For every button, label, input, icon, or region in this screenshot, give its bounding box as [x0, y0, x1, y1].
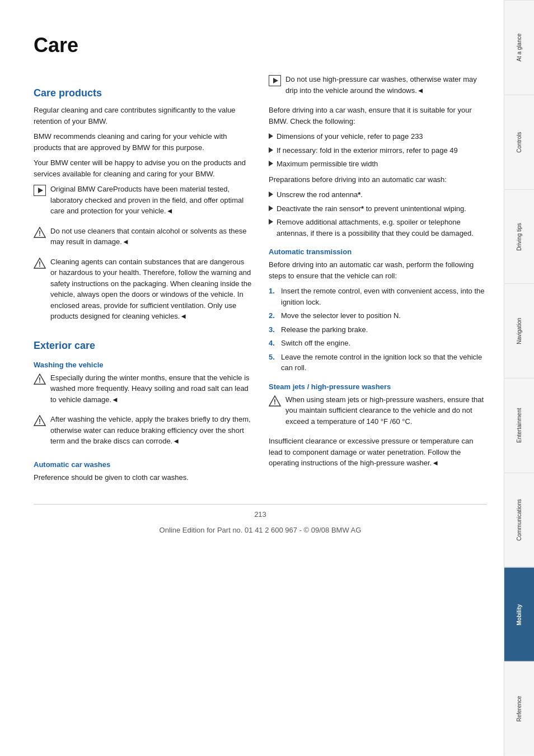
steam-jets-text: Insufficient clearance or excessive pres…: [269, 436, 487, 469]
svg-text:!: !: [39, 376, 41, 384]
list-item: 5. Leave the remote control in the ignit…: [269, 352, 487, 374]
svg-text:!: !: [39, 230, 41, 237]
care-products-note1-text: Original BMW CareProducts have been mate…: [50, 184, 252, 217]
checklist-item-0: Dimensions of your vehicle, refer to pag…: [277, 131, 423, 142]
list-item: 2. Move the selector lever to position N…: [269, 310, 487, 321]
svg-text:!: !: [39, 418, 41, 426]
list-item: Deactivate the rain sensor* to prevent u…: [269, 203, 487, 214]
page-title: Care: [34, 34, 487, 57]
step-3: Release the parking brake.: [281, 324, 368, 335]
sidebar-tab-at-a-glance[interactable]: At a glance: [504, 0, 534, 95]
bullet-icon: [269, 192, 273, 197]
auto-transmission-steps: 1. Insert the remote control, even with …: [269, 286, 487, 374]
warning-triangle-icon2: !: [34, 258, 46, 269]
washing-warning2-text: After washing the vehicle, apply the bra…: [50, 414, 252, 447]
star-mark: *: [358, 190, 360, 199]
list-item: Unscrew the rod antenna*.: [269, 189, 487, 200]
step-2: Move the selector lever to position N.: [281, 310, 401, 321]
exterior-care-title: Exterior care: [34, 340, 252, 352]
svg-text:!: !: [39, 260, 41, 268]
step-1: Insert the remote control, even with con…: [281, 286, 487, 307]
auto-transmission-text: Before driving into an automatic car was…: [269, 259, 487, 281]
bullet-icon: [269, 147, 273, 153]
washing-warning1-text: Especially during the winter months, ens…: [50, 372, 252, 405]
steam-jets-subtitle: Steam jets / high-pressure washers: [269, 382, 487, 391]
play-rect-icon: [34, 185, 46, 196]
checklist: Dimensions of your vehicle, refer to pag…: [269, 131, 487, 170]
two-column-layout: Care products Regular cleaning and care …: [34, 74, 487, 487]
bullet-icon: [269, 219, 273, 225]
svg-text:!: !: [274, 398, 276, 406]
care-products-para2: BMW recommends cleaning and caring for y…: [34, 131, 252, 153]
list-item: 4. Switch off the engine.: [269, 338, 487, 349]
bullet-icon: [269, 161, 273, 166]
prep-list: Unscrew the rod antenna*. Deactivate the…: [269, 189, 487, 239]
high-pressure-note: Do not use high-pressure car washes, oth…: [269, 74, 487, 100]
sidebar-tab-driving-tips[interactable]: Driving tips: [504, 189, 534, 284]
warning-triangle-icon4: !: [34, 415, 46, 426]
step-4: Switch off the engine.: [281, 338, 350, 349]
left-column: Care products Regular cleaning and care …: [34, 74, 252, 487]
play-rect-icon2: [269, 75, 281, 86]
washing-warning1: ! Especially during the winter months, e…: [34, 372, 252, 410]
star-mark: *: [361, 204, 364, 213]
automatic-car-washes-subtitle: Automatic car washes: [34, 460, 252, 469]
footer: 213 Online Edition for Part no. 01 41 2 …: [34, 504, 487, 535]
high-pressure-note-text: Do not use high-pressure car washes, oth…: [285, 74, 487, 96]
prep-text: Preparations before driving into an auto…: [269, 174, 487, 185]
prep-item-2: Remove additional attachments, e.g. spoi…: [277, 217, 487, 239]
care-products-note1: Original BMW CareProducts have been mate…: [34, 184, 252, 221]
washing-subtitle: Washing the vehicle: [34, 361, 252, 369]
step-number: 1.: [269, 286, 277, 297]
right-column: Do not use high-pressure car washes, oth…: [269, 74, 487, 487]
list-item: 1. Insert the remote control, even with …: [269, 286, 487, 307]
list-item: If necessary: fold in the exterior mirro…: [269, 145, 487, 156]
care-products-para3: Your BMW center will be happy to advise …: [34, 157, 252, 179]
step-number: 3.: [269, 324, 277, 335]
care-warning1-text: Do not use cleaners that contain alcohol…: [50, 226, 252, 248]
step-number: 4.: [269, 338, 277, 349]
step-5: Leave the remote control in the ignition…: [281, 352, 487, 374]
care-products-para1: Regular cleaning and care contributes si…: [34, 105, 252, 127]
checklist-item-2: Maximum permissible tire width: [277, 158, 378, 170]
steam-jets-warning: ! When using steam jets or high-pressure…: [269, 394, 487, 432]
before-car-wash-text: Before driving into a car wash, ensure t…: [269, 105, 487, 127]
checklist-item-1: If necessary: fold in the exterior mirro…: [277, 145, 458, 156]
bullet-icon: [269, 206, 273, 211]
play-triangle-icon: [38, 188, 43, 193]
care-products-warning2: ! Cleaning agents can contain substances…: [34, 256, 252, 326]
list-item: Remove additional attachments, e.g. spoi…: [269, 217, 487, 239]
prep-item-0: Unscrew the rod antenna*.: [277, 189, 363, 200]
sidebar-tab-mobility[interactable]: Mobility: [504, 567, 534, 662]
care-warning2-text: Cleaning agents can contain substances t…: [50, 256, 252, 322]
warning-triangle-icon: !: [34, 227, 46, 238]
prep-item-1: Deactivate the rain sensor* to prevent u…: [277, 203, 466, 214]
sidebar-tab-communications[interactable]: Communications: [504, 473, 534, 567]
sidebar-tab-controls[interactable]: Controls: [504, 95, 534, 189]
warning-triangle-icon5: !: [269, 395, 281, 407]
sidebar-tab-entertainment[interactable]: Entertainment: [504, 378, 534, 473]
list-item: Maximum permissible tire width: [269, 158, 487, 170]
automatic-car-washes-text: Preference should be given to cloth car …: [34, 472, 252, 483]
footer-text: Online Edition for Part no. 01 41 2 600 …: [34, 525, 487, 536]
sidebar-tab-reference[interactable]: Reference: [504, 661, 534, 756]
bullet-icon: [269, 133, 273, 139]
main-content: Care Care products Regular cleaning and …: [0, 0, 504, 756]
sidebar: At a glance Controls Driving tips Naviga…: [504, 0, 534, 756]
play-triangle-icon2: [273, 78, 278, 83]
step-number: 5.: [269, 352, 277, 363]
care-products-warning1: ! Do not use cleaners that contain alcoh…: [34, 226, 252, 252]
footer-page: 213: [34, 509, 487, 520]
sidebar-tab-navigation[interactable]: Navigation: [504, 283, 534, 378]
steam-jets-warning-text: When using steam jets or high-pressure w…: [285, 394, 487, 427]
list-item: Dimensions of your vehicle, refer to pag…: [269, 131, 487, 142]
washing-warning2: ! After washing the vehicle, apply the b…: [34, 414, 252, 451]
warning-triangle-icon3: !: [34, 374, 46, 385]
list-item: 3. Release the parking brake.: [269, 324, 487, 335]
auto-transmission-subtitle: Automatic transmission: [269, 248, 487, 256]
step-number: 2.: [269, 310, 277, 321]
care-products-title: Care products: [34, 87, 252, 99]
